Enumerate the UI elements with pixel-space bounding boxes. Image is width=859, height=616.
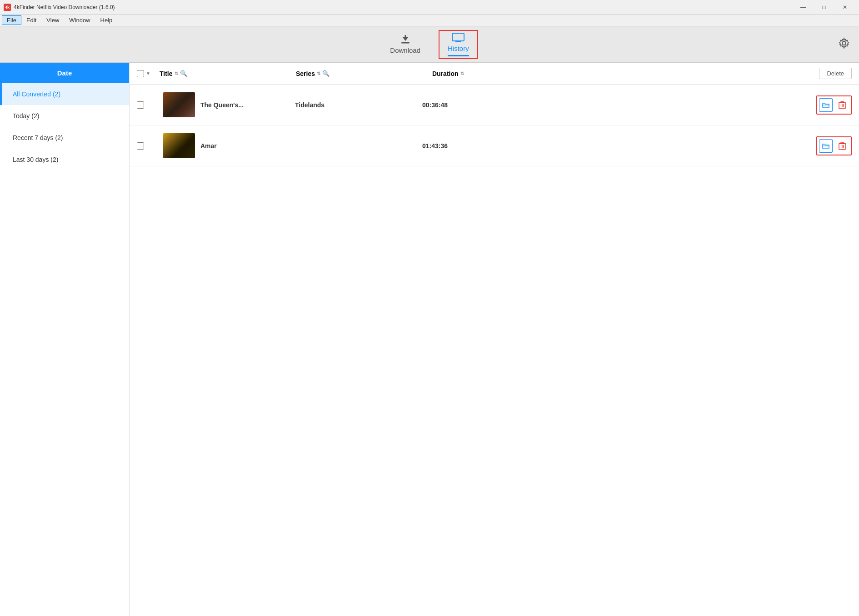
- svg-rect-2: [405, 35, 406, 40]
- table-body: The Queen's... Tidelands 00:36:48: [130, 85, 859, 616]
- row1-thumbnail: [163, 92, 195, 117]
- download-tab-label: Download: [390, 46, 420, 54]
- series-search-icon[interactable]: 🔍: [322, 70, 330, 77]
- sidebar-item-today-label: Today (2): [13, 112, 39, 120]
- menu-file[interactable]: File: [2, 15, 21, 25]
- open-folder-icon: [822, 143, 829, 149]
- sidebar-item-all-converted-label: All Converted (2): [13, 90, 60, 98]
- settings-gear-icon: [838, 37, 850, 49]
- row1-series-text: Tidelands: [295, 101, 325, 109]
- row2-checkbox[interactable]: [137, 142, 144, 150]
- menu-view[interactable]: View: [41, 15, 64, 25]
- menu-help[interactable]: Help: [95, 15, 118, 25]
- row2-duration-text: 01:43:36: [422, 142, 448, 150]
- history-monitor-icon: [452, 33, 464, 43]
- row1-title-text: The Queen's...: [200, 101, 244, 109]
- col-header-title: Title ⇅ 🔍: [160, 70, 296, 77]
- download-icon: [400, 35, 411, 45]
- col-series-label: Series: [296, 70, 315, 77]
- row1-open-folder-button[interactable]: [819, 98, 833, 112]
- row1-checkbox[interactable]: [137, 101, 144, 109]
- app-title: 4kFinder Netflix Video Downloader (1.6.0…: [14, 4, 115, 10]
- series-sort-icon[interactable]: ⇅: [317, 71, 320, 76]
- history-tab-button[interactable]: History: [439, 30, 478, 59]
- history-tab-label: History: [448, 45, 469, 52]
- main-content: Date All Converted (2) Today (2) Recent …: [0, 63, 859, 616]
- sidebar-item-recent-7-days[interactable]: Recent 7 days (2): [0, 127, 129, 149]
- row1-actions: [793, 95, 852, 115]
- row1-series-col: Tidelands: [295, 101, 422, 109]
- row2-title-text: Amar: [200, 142, 217, 150]
- content-area: ▼ Title ⇅ 🔍 Series ⇅ 🔍 Duration ⇅ Delete: [130, 63, 859, 616]
- delete-all-label: Delete: [827, 70, 844, 77]
- col-header-check: ▼: [137, 70, 160, 77]
- maximize-button[interactable]: □: [814, 0, 834, 15]
- delete-all-button[interactable]: Delete: [819, 68, 852, 79]
- table-row: Amar 01:43:36: [130, 125, 859, 166]
- row1-duration-text: 00:36:48: [422, 101, 448, 109]
- menubar: File Edit View Window Help: [0, 15, 859, 26]
- close-button[interactable]: ✕: [834, 0, 855, 15]
- minimize-button[interactable]: —: [793, 0, 814, 15]
- title-sort-icon[interactable]: ⇅: [175, 71, 178, 76]
- select-all-checkbox[interactable]: [137, 70, 144, 77]
- row2-thumbnail: [163, 133, 195, 158]
- titlebar-controls: — □ ✕: [793, 0, 855, 15]
- row1-delete-button[interactable]: [835, 98, 849, 112]
- svg-rect-0: [401, 42, 410, 44]
- row2-action-group: [816, 136, 852, 155]
- settings-button[interactable]: [838, 37, 850, 52]
- sidebar-item-today[interactable]: Today (2): [0, 105, 129, 127]
- sidebar-item-last-30-days[interactable]: Last 30 days (2): [0, 149, 129, 170]
- title-search-icon[interactable]: 🔍: [180, 70, 187, 77]
- col-header-actions: Delete: [793, 68, 852, 79]
- row2-open-folder-button[interactable]: [819, 139, 833, 153]
- svg-rect-10: [841, 101, 844, 103]
- row1-check-col: [137, 101, 160, 109]
- sidebar-item-last-30days-label: Last 30 days (2): [13, 156, 58, 163]
- row2-actions: [793, 136, 852, 155]
- sidebar: Date All Converted (2) Today (2) Recent …: [0, 63, 130, 616]
- titlebar: 4k 4kFinder Netflix Video Downloader (1.…: [0, 0, 859, 15]
- row2-delete-button[interactable]: [835, 139, 849, 153]
- row2-check-col: [137, 142, 160, 150]
- download-tab-button[interactable]: Download: [381, 32, 430, 57]
- titlebar-left: 4k 4kFinder Netflix Video Downloader (1.…: [4, 4, 115, 11]
- sidebar-item-recent-7days-label: Recent 7 days (2): [13, 134, 63, 141]
- col-header-duration: Duration ⇅: [432, 70, 793, 77]
- table-row: The Queen's... Tidelands 00:36:48: [130, 85, 859, 125]
- duration-sort-icon[interactable]: ⇅: [460, 71, 464, 76]
- svg-rect-3: [452, 33, 464, 41]
- svg-rect-17: [841, 142, 844, 144]
- sidebar-header: Date: [0, 63, 129, 83]
- active-tab-indicator: [448, 55, 469, 56]
- row1-title-col: The Queen's...: [195, 101, 295, 109]
- menu-window[interactable]: Window: [64, 15, 95, 25]
- checkbox-dropdown-arrow[interactable]: ▼: [146, 71, 150, 76]
- row2-title-col: Amar: [195, 142, 295, 150]
- sidebar-item-all-converted[interactable]: All Converted (2): [0, 83, 129, 105]
- menu-edit[interactable]: Edit: [21, 15, 41, 25]
- svg-point-6: [842, 41, 846, 45]
- row1-duration-col: 00:36:48: [422, 101, 793, 109]
- row2-duration-col: 01:43:36: [422, 142, 793, 150]
- col-title-label: Title: [160, 70, 173, 77]
- col-duration-label: Duration: [432, 70, 459, 77]
- col-header-series: Series ⇅ 🔍: [296, 70, 432, 77]
- table-header: ▼ Title ⇅ 🔍 Series ⇅ 🔍 Duration ⇅ Delete: [130, 63, 859, 85]
- app-icon: 4k: [4, 4, 11, 11]
- delete-row2-icon: [839, 142, 846, 150]
- toolbar: Download History: [0, 26, 859, 63]
- delete-row1-icon: [839, 101, 846, 109]
- row1-action-group: [816, 95, 852, 115]
- open-folder-icon: [822, 102, 829, 108]
